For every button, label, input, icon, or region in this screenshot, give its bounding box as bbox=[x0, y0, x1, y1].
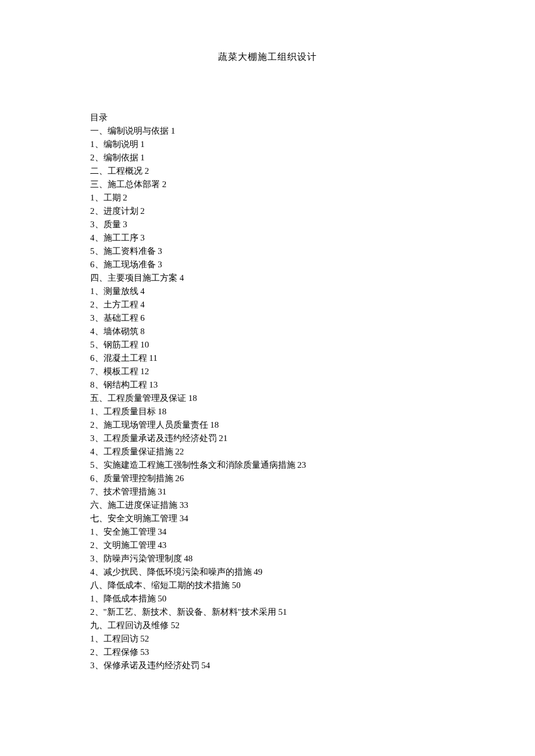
toc-item: 3、基础工程 6 bbox=[90, 311, 445, 325]
toc-item: 5、钢筋工程 10 bbox=[90, 338, 445, 352]
toc-item: 3、质量 3 bbox=[90, 218, 445, 231]
toc-item: 2、编制依据 1 bbox=[90, 151, 445, 164]
toc-item: 2、进度计划 2 bbox=[90, 205, 445, 218]
toc-item: 2、文明施工管理 43 bbox=[90, 539, 445, 552]
toc-item: 2、"新工艺、新技术、新设备、新材料"技术采用 51 bbox=[90, 605, 445, 619]
toc-item: 5、施工资料准备 3 bbox=[90, 245, 445, 258]
toc-item: 二、工程概况 2 bbox=[90, 164, 445, 178]
toc-item: 1、工程质量目标 18 bbox=[90, 405, 445, 418]
toc-item: 3、保修承诺及违约经济处罚 54 bbox=[90, 659, 445, 672]
toc-item: 2、土方工程 4 bbox=[90, 298, 445, 311]
toc-item: 8、钢结构工程 13 bbox=[90, 378, 445, 392]
toc-item: 五、工程质量管理及保证 18 bbox=[90, 392, 445, 405]
toc-item: 三、施工总体部署 2 bbox=[90, 178, 445, 191]
toc-item: 6、混凝土工程 11 bbox=[90, 352, 445, 365]
document-page: 蔬菜大棚施工组织设计 目录 一、编制说明与依据 1 1、编制说明 1 2、编制依… bbox=[0, 0, 535, 672]
toc-item: 3、工程质量承诺及违约经济处罚 21 bbox=[90, 432, 445, 445]
toc-item: 1、工程回访 52 bbox=[90, 632, 445, 646]
toc-item: 1、安全施工管理 34 bbox=[90, 525, 445, 539]
toc-item: 2、施工现场管理人员质量责任 18 bbox=[90, 418, 445, 432]
toc-item: 5、实施建造工程施工强制性条文和消除质量通病措施 23 bbox=[90, 458, 445, 472]
toc-item: 六、施工进度保证措施 33 bbox=[90, 499, 445, 512]
toc-item: 一、编制说明与依据 1 bbox=[90, 124, 445, 138]
toc-item: 1、编制说明 1 bbox=[90, 138, 445, 151]
toc-item: 4、施工工序 3 bbox=[90, 231, 445, 245]
toc-heading: 目录 bbox=[90, 111, 445, 124]
toc-item: 1、测量放线 4 bbox=[90, 285, 445, 298]
toc-item: 1、工期 2 bbox=[90, 191, 445, 205]
toc-item: 7、模板工程 12 bbox=[90, 365, 445, 378]
toc-item: 4、工程质量保证措施 22 bbox=[90, 445, 445, 458]
toc-item: 4、减少扰民、降低环境污染和噪声的措施 49 bbox=[90, 565, 445, 579]
toc-item: 4、墙体砌筑 8 bbox=[90, 325, 445, 338]
toc-item: 1、降低成本措施 50 bbox=[90, 592, 445, 605]
toc-item: 七、安全文明施工管理 34 bbox=[90, 512, 445, 525]
toc-item: 四、主要项目施工方案 4 bbox=[90, 271, 445, 285]
toc-item: 7、技术管理措施 31 bbox=[90, 485, 445, 499]
toc-item: 3、防噪声污染管理制度 48 bbox=[90, 552, 445, 565]
toc-item: 2、工程保修 53 bbox=[90, 646, 445, 659]
toc-item: 八、降低成本、缩短工期的技术措施 50 bbox=[90, 579, 445, 592]
toc-item: 6、施工现场准备 3 bbox=[90, 258, 445, 271]
toc-item: 九、工程回访及维修 52 bbox=[90, 619, 445, 632]
document-title: 蔬菜大棚施工组织设计 bbox=[90, 51, 445, 63]
toc-item: 6、质量管理控制措施 26 bbox=[90, 472, 445, 485]
